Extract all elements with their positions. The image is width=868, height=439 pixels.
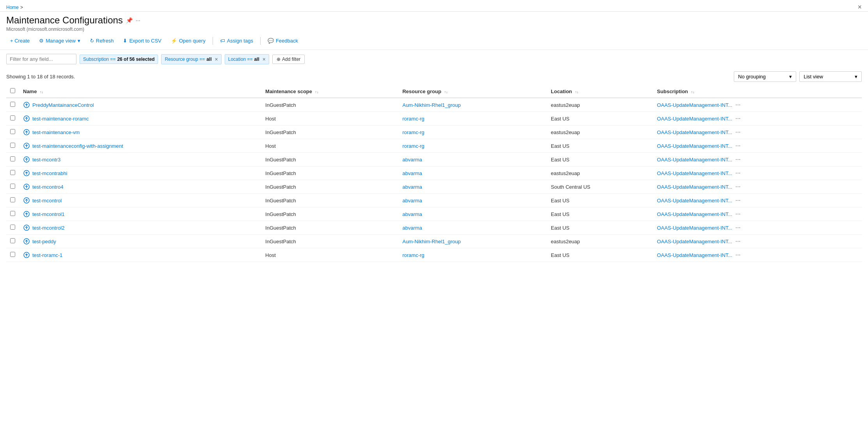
row-ellipsis-button[interactable]: ··· (734, 170, 742, 177)
col-subscription[interactable]: Subscription ↑↓ (653, 85, 862, 98)
col-maintenance-scope[interactable]: Maintenance scope ↑↓ (261, 85, 398, 98)
row-name-link[interactable]: PreddyMantainanceControl (32, 102, 94, 108)
row-ellipsis-button[interactable]: ··· (734, 142, 742, 149)
row-checkbox[interactable] (10, 184, 15, 189)
filter-input[interactable] (6, 54, 76, 64)
row-name-cell: test-mcontrol1 (19, 207, 261, 221)
row-subscription-link[interactable]: OAAS-UpdateManagement-INT... (657, 239, 732, 244)
export-csv-button[interactable]: ⬇ Export to CSV (119, 36, 165, 46)
add-filter-button[interactable]: ⊕ Add filter (272, 55, 305, 64)
row-subscription-link[interactable]: OAAS-UpdateManagement-INT... (657, 116, 732, 122)
assign-tags-button[interactable]: 🏷 Assign tags (216, 36, 257, 46)
row-name-link[interactable]: test-mcontro4 (32, 184, 63, 190)
row-ellipsis-button[interactable]: ··· (734, 251, 742, 258)
row-location-cell: eastus2euap (547, 235, 653, 248)
col-name[interactable]: Name ↑↓ (19, 85, 261, 98)
row-resource-group-link[interactable]: abvarma (402, 184, 422, 190)
row-name-link[interactable]: test-mcontrol (32, 198, 62, 204)
row-checkbox[interactable] (10, 238, 15, 243)
row-resource-group-cell: abvarma (398, 207, 547, 221)
row-subscription-link[interactable]: OAAS-UpdateManagement-INT... (657, 252, 732, 258)
select-all-checkbox[interactable] (10, 88, 15, 93)
subscription-filter-value: 26 of 56 selected (117, 57, 154, 62)
view-dropdown[interactable]: List view ▾ (799, 71, 862, 82)
row-subscription-link[interactable]: OAAS-UpdateManagement-INT... (657, 102, 732, 108)
resource-group-filter[interactable]: Resource group == all × (161, 54, 221, 64)
row-checkbox[interactable] (10, 211, 15, 216)
row-resource-group-link[interactable]: abvarma (402, 198, 422, 204)
row-ellipsis-button[interactable]: ··· (734, 101, 742, 108)
row-name-cell: test-roramc-1 (19, 248, 261, 262)
row-checkbox[interactable] (10, 252, 15, 257)
row-name-link[interactable]: test-maintenanceconfig-with-assignment (32, 143, 123, 149)
row-subscription-cell: OAAS-UpdateManagement-INT...··· (653, 207, 862, 221)
row-location-cell: East US (547, 139, 653, 153)
row-ellipsis-button[interactable]: ··· (734, 156, 742, 163)
row-checkbox[interactable] (10, 225, 15, 230)
subscription-filter[interactable]: Subscription == 26 of 56 selected (80, 55, 158, 64)
col-resource-group[interactable]: Resource group ↑↓ (398, 85, 547, 98)
row-name-link[interactable]: test-mcontr3 (32, 157, 60, 163)
row-resource-group-link[interactable]: abvarma (402, 157, 422, 163)
row-name-link[interactable]: test-maintenance-vm (32, 129, 80, 135)
row-name-link[interactable]: test-mcontrol2 (32, 225, 64, 231)
row-subscription-link[interactable]: OAAS-UpdateManagement-INT... (657, 129, 732, 135)
row-subscription-link[interactable]: OAAS-UpdateManagement-INT... (657, 211, 732, 217)
row-resource-group-link[interactable]: roramc-rg (402, 116, 424, 122)
col-location[interactable]: Location ↑↓ (547, 85, 653, 98)
location-filter[interactable]: Location == all × (225, 54, 269, 64)
row-subscription-link[interactable]: OAAS-UpdateManagement-INT... (657, 170, 732, 176)
row-resource-group-link[interactable]: abvarma (402, 211, 422, 217)
resource-group-filter-remove[interactable]: × (215, 56, 218, 62)
row-ellipsis-button[interactable]: ··· (734, 197, 742, 204)
row-ellipsis-button[interactable]: ··· (734, 115, 742, 122)
row-location-cell: East US (547, 207, 653, 221)
row-checkbox[interactable] (10, 156, 15, 161)
row-resource-group-link[interactable]: roramc-rg (402, 129, 424, 135)
row-checkbox[interactable] (10, 102, 15, 107)
row-name-link[interactable]: test-mcontrabhi (32, 170, 67, 176)
row-resource-group-link[interactable]: abvarma (402, 170, 422, 176)
row-subscription-link[interactable]: OAAS-UpdateManagement-INT... (657, 157, 732, 163)
row-checkbox[interactable] (10, 129, 15, 134)
row-checkbox[interactable] (10, 197, 15, 202)
row-ellipsis-button[interactable]: ··· (734, 238, 742, 245)
table-row: PreddyMantainanceControlInGuestPatchAum-… (6, 98, 862, 112)
manage-view-button[interactable]: ⚙ Manage view ▾ (35, 36, 84, 46)
row-subscription-link[interactable]: OAAS-UpdateManagement-INT... (657, 184, 732, 190)
row-name-link[interactable]: test-mcontrol1 (32, 211, 64, 217)
row-name-link[interactable]: test-roramc-1 (32, 252, 62, 258)
row-resource-group-link[interactable]: roramc-rg (402, 143, 424, 149)
grouping-dropdown[interactable]: No grouping ▾ (734, 71, 796, 82)
select-all-header[interactable] (6, 85, 19, 98)
query-icon: ⚡ (171, 38, 177, 44)
table-row: test-maintenance-roramcHostroramc-rgEast… (6, 112, 862, 126)
row-ellipsis-button[interactable]: ··· (734, 183, 742, 190)
close-button[interactable]: × (857, 3, 862, 11)
row-resource-group-link[interactable]: Aum-Nikhim-Rhel1_group (402, 239, 461, 244)
resource-icon (23, 129, 30, 136)
row-ellipsis-button[interactable]: ··· (734, 224, 742, 231)
row-subscription-link[interactable]: OAAS-UpdateManagement-INT... (657, 225, 732, 231)
feedback-button[interactable]: 💬 Feedback (264, 36, 302, 46)
row-checkbox[interactable] (10, 170, 15, 175)
row-subscription-link[interactable]: OAAS-UpdateManagement-INT... (657, 198, 732, 204)
more-options-icon[interactable]: ··· (136, 17, 140, 23)
row-resource-group-link[interactable]: abvarma (402, 225, 422, 231)
home-link[interactable]: Home (6, 5, 19, 10)
row-name-link[interactable]: test-peddy (32, 239, 56, 244)
row-ellipsis-button[interactable]: ··· (734, 211, 742, 218)
row-name-link[interactable]: test-maintenance-roramc (32, 116, 89, 122)
location-filter-remove[interactable]: × (263, 56, 266, 62)
row-resource-group-link[interactable]: roramc-rg (402, 252, 424, 258)
row-checkbox[interactable] (10, 143, 15, 148)
row-subscription-link[interactable]: OAAS-UpdateManagement-INT... (657, 143, 732, 149)
open-query-button[interactable]: ⚡ Open query (167, 36, 209, 46)
row-resource-group-link[interactable]: Aum-Nikhim-Rhel1_group (402, 102, 461, 108)
row-checkbox[interactable] (10, 115, 15, 120)
create-button[interactable]: + Create (6, 36, 34, 46)
refresh-button[interactable]: ↻ Refresh (86, 36, 118, 46)
pin-icon[interactable]: 📌 (126, 17, 133, 23)
row-ellipsis-button[interactable]: ··· (734, 129, 742, 136)
row-scope-cell: InGuestPatch (261, 153, 398, 166)
